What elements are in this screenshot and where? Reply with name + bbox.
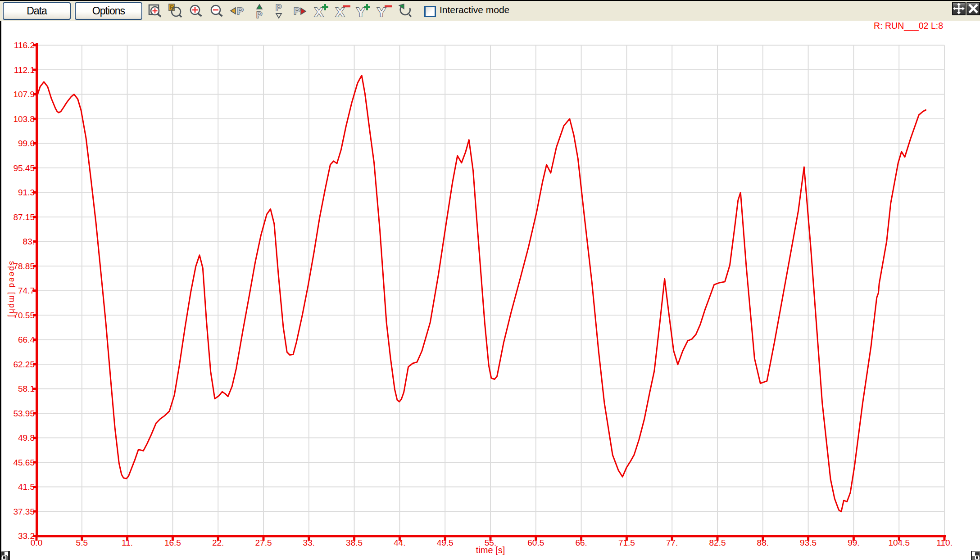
svg-text:58.1: 58.1 <box>18 384 35 393</box>
svg-text:77.: 77. <box>666 538 678 547</box>
svg-text:33.: 33. <box>303 538 315 547</box>
svg-text:22.: 22. <box>212 538 224 547</box>
svg-text:87.15: 87.15 <box>13 212 35 222</box>
svg-text:0.0: 0.0 <box>31 538 42 547</box>
svg-text:103.8: 103.8 <box>13 114 35 124</box>
svg-text:R: RUN___02 L:8: R: RUN___02 L:8 <box>874 21 943 31</box>
svg-text:53.95: 53.95 <box>13 409 35 418</box>
svg-text:P: P <box>237 5 244 17</box>
svg-text:66.: 66. <box>575 538 587 547</box>
svg-text:11.: 11. <box>122 538 133 547</box>
svg-text:49.8: 49.8 <box>18 433 35 443</box>
svg-text:60.5: 60.5 <box>527 538 544 547</box>
svg-text:45.65: 45.65 <box>13 458 35 467</box>
svg-text:95.45: 95.45 <box>13 163 35 173</box>
svg-text:88.: 88. <box>757 538 769 547</box>
svg-text:104.5: 104.5 <box>888 538 910 547</box>
svg-text:66.4: 66.4 <box>18 335 35 344</box>
svg-text:83.: 83. <box>23 237 35 246</box>
svg-text:37.35: 37.35 <box>13 507 35 516</box>
svg-text:91.3: 91.3 <box>18 188 35 197</box>
svg-text:16.5: 16.5 <box>164 538 181 547</box>
svg-text:82.5: 82.5 <box>709 538 726 547</box>
svg-text:99.6: 99.6 <box>18 139 35 148</box>
svg-text:49.5: 49.5 <box>437 538 454 547</box>
svg-text:38.5: 38.5 <box>346 538 363 547</box>
svg-text:27.5: 27.5 <box>255 538 272 547</box>
svg-text:74.7: 74.7 <box>18 286 35 295</box>
svg-text:71.5: 71.5 <box>618 538 635 547</box>
svg-text:107.9: 107.9 <box>13 90 35 99</box>
svg-text:P: P <box>294 5 300 17</box>
svg-text:99.: 99. <box>848 538 859 547</box>
svg-text:44.: 44. <box>394 538 405 547</box>
svg-text:116.2: 116.2 <box>14 41 35 50</box>
svg-text:62.25: 62.25 <box>13 360 35 369</box>
svg-text:P: P <box>276 4 281 13</box>
svg-text:112.1: 112.1 <box>14 65 35 75</box>
svg-text:time [s]: time [s] <box>476 545 505 555</box>
svg-text:110.: 110. <box>936 538 953 547</box>
svg-text:speed [mph]: speed [mph] <box>8 261 17 318</box>
svg-text:5.5: 5.5 <box>76 538 88 547</box>
svg-text:41.5: 41.5 <box>18 482 35 492</box>
svg-text:93.5: 93.5 <box>800 538 817 547</box>
svg-text:P: P <box>256 10 262 20</box>
